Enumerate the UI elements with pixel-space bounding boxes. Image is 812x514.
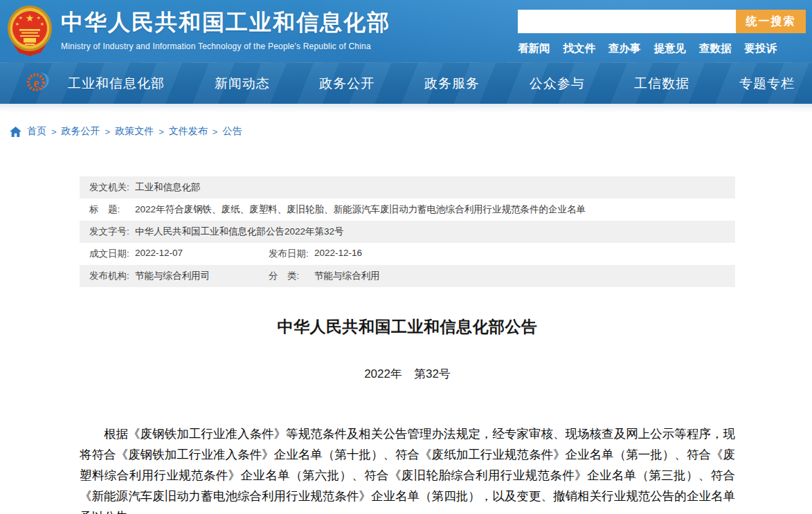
breadcrumb-separator: > xyxy=(51,127,57,137)
meta-value-category: 节能与综合利用 xyxy=(314,270,380,282)
nav-item-miit[interactable]: 工业和信息化部 xyxy=(68,75,165,93)
breadcrumb-announcement[interactable]: 公告 xyxy=(222,125,242,138)
meta-value: 中华人民共和国工业和信息化部公告2022年第32号 xyxy=(135,226,344,238)
quick-link-complaint[interactable]: 要投诉 xyxy=(745,42,777,56)
home-icon[interactable] xyxy=(10,127,21,137)
unified-search-button[interactable]: 统一搜索 xyxy=(736,10,806,33)
meta-value-written-date: 2022-12-07 xyxy=(135,248,183,260)
meta-row-issuing-authority: 发文机关: 工业和信息化部 xyxy=(80,176,735,199)
document-content: 发文机关: 工业和信息化部 标 题: 2022年符合废钢铁、废纸、废塑料、废旧轮… xyxy=(80,176,735,514)
document-meta-table: 发文机关: 工业和信息化部 标 题: 2022年符合废钢铁、废纸、废塑料、废旧轮… xyxy=(80,176,735,287)
nav-items: 工业和信息化部 新闻动态 政务公开 政务服务 公众参与 工信数据 专题专栏 xyxy=(51,75,812,93)
site-title-en: Ministry of Industry and Information Tec… xyxy=(61,42,390,51)
header-top: ★ ★ ★ ★ ★ 中华人民共和国工业和信息化部 Ministry of Ind… xyxy=(0,0,812,62)
svg-text:e: e xyxy=(33,75,39,89)
header-shadow-band xyxy=(0,104,812,113)
svg-text:★: ★ xyxy=(15,21,19,26)
national-emblem-icon: ★ ★ ★ ★ ★ xyxy=(7,4,53,59)
miit-e-logo-icon: e xyxy=(25,70,51,98)
nav-item-gov-service[interactable]: 政务服务 xyxy=(424,75,480,93)
meta-row-dates: 成文日期: 2022-12-07 发布日期: 2022-12-16 xyxy=(80,243,735,265)
quick-link-news[interactable]: 看新闻 xyxy=(518,42,550,56)
svg-text:★: ★ xyxy=(26,12,35,24)
meta-value-publish-date: 2022-12-16 xyxy=(314,248,362,260)
meta-row-document-number: 发文字号: 中华人民共和国工业和信息化部公告2022年第32号 xyxy=(80,221,735,243)
site-header: ★ ★ ★ ★ ★ 中华人民共和国工业和信息化部 Ministry of Ind… xyxy=(0,0,812,104)
quick-link-feedback[interactable]: 提意见 xyxy=(654,42,687,56)
announcement-issue-number: 2022年 第32号 xyxy=(80,366,735,382)
main-nav: e 工业和信息化部 新闻动态 政务公开 政务服务 公众参与 工信数据 专题专栏 xyxy=(0,62,812,104)
breadcrumb: 首页 > 政务公开 > 政策文件 > 文件发布 > 公告 xyxy=(10,125,812,138)
meta-label: 发布日期: xyxy=(269,248,314,260)
quick-link-services[interactable]: 查办事 xyxy=(608,42,641,56)
meta-label: 分 类: xyxy=(269,270,314,282)
nav-item-topics[interactable]: 专题专栏 xyxy=(739,75,795,93)
breadcrumb-gov-open[interactable]: 政务公开 xyxy=(62,125,100,138)
search-input[interactable] xyxy=(518,10,736,33)
meta-label: 标 题: xyxy=(89,203,135,216)
quick-links: 看新闻 找文件 查办事 提意见 查数据 要投诉 xyxy=(518,42,806,56)
meta-value: 2022年符合废钢铁、废纸、废塑料、废旧轮胎、新能源汽车废旧动力蓄电池综合利用行… xyxy=(135,203,586,216)
meta-row-title: 标 题: 2022年符合废钢铁、废纸、废塑料、废旧轮胎、新能源汽车废旧动力蓄电池… xyxy=(80,199,735,221)
announcement-title: 中华人民共和国工业和信息化部公告 xyxy=(80,316,735,338)
nav-item-gov-open[interactable]: 政务公开 xyxy=(319,75,375,93)
breadcrumb-policy-files[interactable]: 政策文件 xyxy=(115,125,154,138)
nav-item-news[interactable]: 新闻动态 xyxy=(215,75,270,93)
meta-label: 发布机构: xyxy=(89,270,135,282)
breadcrumb-separator: > xyxy=(105,127,111,137)
meta-row-publisher-category: 发布机构: 节能与综合利用司 分 类: 节能与综合利用 xyxy=(80,265,735,287)
nav-item-data[interactable]: 工信数据 xyxy=(634,75,689,93)
meta-label: 成文日期: xyxy=(89,248,135,260)
site-title[interactable]: 中华人民共和国工业和信息化部 Ministry of Industry and … xyxy=(61,8,390,51)
quick-link-data[interactable]: 查数据 xyxy=(699,42,732,56)
announcement-paragraph: 根据《废钢铁加工行业准入条件》等规范条件及相关公告管理办法规定，经专家审核、现场… xyxy=(80,423,735,514)
meta-value: 工业和信息化部 xyxy=(135,181,201,194)
search-area: 统一搜索 看新闻 找文件 查办事 提意见 查数据 要投诉 xyxy=(518,10,806,56)
breadcrumb-file-release[interactable]: 文件发布 xyxy=(169,125,208,138)
quick-link-files[interactable]: 找文件 xyxy=(563,42,596,56)
meta-label: 发文字号: xyxy=(89,226,135,238)
breadcrumb-separator: > xyxy=(213,127,218,137)
site-title-zh[interactable]: 中华人民共和国工业和信息化部 xyxy=(61,8,390,38)
nav-item-participation[interactable]: 公众参与 xyxy=(530,75,585,93)
breadcrumb-separator: > xyxy=(159,127,164,137)
meta-label: 发文机关: xyxy=(89,181,135,194)
svg-text:★: ★ xyxy=(37,15,41,20)
breadcrumb-home[interactable]: 首页 xyxy=(27,125,46,138)
svg-text:★: ★ xyxy=(40,21,44,26)
svg-text:★: ★ xyxy=(19,15,23,20)
meta-value-publisher: 节能与综合利用司 xyxy=(135,270,210,282)
